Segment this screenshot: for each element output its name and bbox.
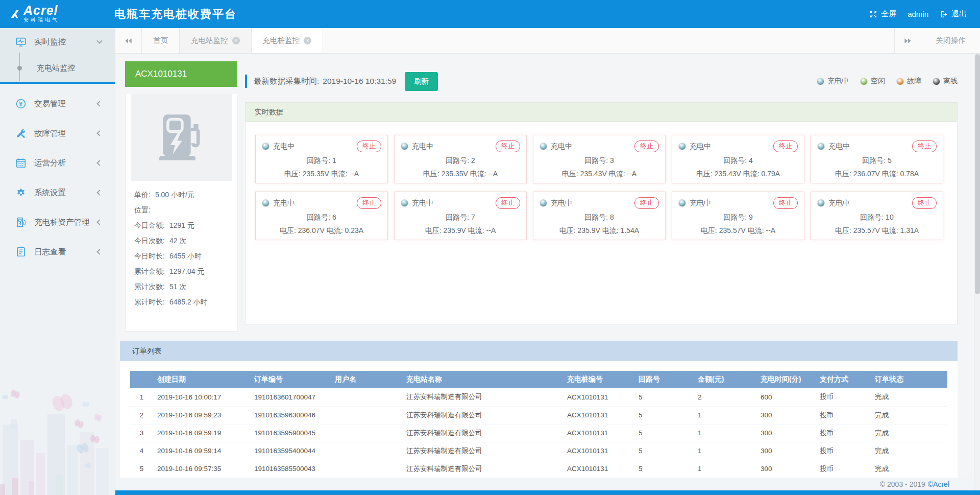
fault-icon xyxy=(15,128,27,139)
stat-label: 累计次数: xyxy=(134,282,165,291)
header-actions: 全屏 admin 退出 xyxy=(869,9,967,19)
voltage-current: 电压: 235.57V 电流: --A xyxy=(678,226,798,235)
device-stat: 累计次数:51 次 xyxy=(134,279,228,294)
status-charging-icon xyxy=(817,78,824,85)
acrel-link[interactable]: ©Acrel xyxy=(928,480,949,488)
page-scrollbar[interactable] xyxy=(974,54,980,490)
card-status-row: 充电中终止 xyxy=(678,140,798,152)
tab-charging-pile-monitoring[interactable]: 充电桩监控× xyxy=(252,28,324,53)
log-icon xyxy=(15,246,27,257)
terminate-button[interactable]: 终止 xyxy=(357,197,381,209)
footer: © 2003 - 2019 ©Acrel xyxy=(115,478,980,491)
stat-value: 1297.04 元 xyxy=(169,267,205,275)
card-status-row: 充电中终止 xyxy=(817,197,937,209)
tab-bar: 首页充电站监控×充电桩监控× 关闭操作 xyxy=(115,28,980,54)
column-header: 订单编号 xyxy=(250,371,331,388)
logout-button[interactable]: 退出 xyxy=(940,9,967,19)
bottom-accent-bar xyxy=(115,490,980,495)
device-stat: 累计时长:6485.2 小时 xyxy=(134,294,228,310)
circuit-card: 充电中终止回路号: 6电压: 236.07V 电流: 0.23A xyxy=(255,192,388,240)
sidebar-item-system-settings[interactable]: 系统设置 xyxy=(0,178,115,207)
cell: 1910163595900045 xyxy=(250,424,331,442)
cell: 1910163595400044 xyxy=(250,442,331,460)
sidebar-item-fault-management[interactable]: 故障管理 xyxy=(0,119,115,148)
circuit-number: 回路号: 1 xyxy=(262,156,381,166)
tab-label: 充电桩监控 xyxy=(263,36,300,45)
tab-label: 充电站监控 xyxy=(191,36,228,45)
tabs-scroll-right-button[interactable] xyxy=(894,28,921,53)
terminate-button[interactable]: 终止 xyxy=(912,140,937,152)
voltage-current: 电压: 235.9V 电流: --A xyxy=(401,226,520,235)
refresh-button[interactable]: 刷新 xyxy=(405,72,438,91)
terminate-button[interactable]: 终止 xyxy=(496,197,520,209)
status-charging-icon xyxy=(401,143,408,150)
close-icon[interactable]: × xyxy=(232,37,240,44)
tabs-scroll-left-button[interactable] xyxy=(115,28,142,53)
circuit-card: 充电中终止回路号: 7电压: 235.9V 电流: --A xyxy=(394,192,527,240)
close-icon[interactable]: × xyxy=(304,37,311,44)
collect-time-label: 最新数据采集时间: xyxy=(254,76,319,87)
table-row[interactable]: 12019-10-16 10:00:171910163601700047江苏安科… xyxy=(130,388,947,406)
circuit-cards-grid: 充电中终止回路号: 1电压: 235.35V 电流: --A充电中终止回路号: … xyxy=(246,122,957,253)
table-row[interactable]: 42019-10-16 09:59:141910163595400044江苏安科… xyxy=(130,442,947,460)
table-row[interactable]: 22019-10-16 09:59:231910163596300046江苏安科… xyxy=(130,406,947,424)
voltage-current: 电压: 235.57V 电流: 1.31A xyxy=(817,226,937,235)
tab-charging-station-monitoring[interactable]: 充电站监控× xyxy=(180,28,252,53)
device-stat: 累计金额:1297.04 元 xyxy=(134,264,228,279)
chevron-left-icon xyxy=(96,101,102,106)
stat-label: 累计时长: xyxy=(134,298,165,306)
scrollbar-thumb[interactable] xyxy=(975,54,980,294)
close-operations-dropdown[interactable]: 关闭操作 xyxy=(921,28,980,53)
cell xyxy=(331,460,402,478)
brand-subtitle: 安科瑞电气 xyxy=(23,16,59,23)
status-charging-icon xyxy=(817,199,825,207)
voltage-current: 电压: 235.9V 电流: 1.54A xyxy=(540,226,659,235)
sidebar-menu: 实时监控充电站监控交易管理故障管理运营分析系统设置充电桩资产管理日志查看 xyxy=(0,28,115,267)
order-table-header-row: 创建日期订单编号用户名充电站名称充电桩编号回路号金额(元)充电时间(分)支付方式… xyxy=(130,371,947,388)
cell: 1910163601700047 xyxy=(250,388,331,406)
terminate-button[interactable]: 终止 xyxy=(496,140,520,152)
table-row[interactable]: 52019-10-16 09:57:351910163585500043江苏安科… xyxy=(130,460,947,478)
username[interactable]: admin xyxy=(908,10,928,18)
cell: 完成 xyxy=(871,424,947,442)
sidebar-item-label: 运营分析 xyxy=(34,158,97,169)
circuit-card: 充电中终止回路号: 3电压: 235.43V 电流: --A xyxy=(533,135,666,183)
chevron-down-icon xyxy=(96,38,102,43)
chevron-left-icon xyxy=(96,249,102,254)
card-status-label: 充电中 xyxy=(273,199,295,208)
voltage-current: 电压: 235.35V 电流: --A xyxy=(401,169,520,179)
logout-icon xyxy=(940,10,948,18)
calendar-icon xyxy=(15,157,27,169)
stat-value: 6485.2 小时 xyxy=(169,298,208,306)
tab-home[interactable]: 首页 xyxy=(142,28,180,53)
cell: 完成 xyxy=(871,388,947,406)
cell xyxy=(331,442,402,460)
sidebar-item-operation-analysis[interactable]: 运营分析 xyxy=(0,148,115,178)
legend-charging: 充电中 xyxy=(817,77,849,86)
sidebar-item-charging-pile-assets[interactable]: 充电桩资产管理 xyxy=(0,207,115,237)
status-charging-icon xyxy=(678,143,686,150)
sidebar-item-log-view[interactable]: 日志查看 xyxy=(0,237,115,267)
status-charging-icon xyxy=(678,199,686,207)
card-status-row: 充电中终止 xyxy=(817,140,937,152)
fullscreen-icon xyxy=(869,10,877,18)
legend-label: 充电中 xyxy=(827,77,849,86)
table-row[interactable]: 32019-10-16 09:59:191910163595900045江苏安科… xyxy=(130,424,947,442)
terminate-button[interactable]: 终止 xyxy=(912,197,937,209)
sidebar-item-label: 故障管理 xyxy=(34,128,97,139)
sidebar-item-transaction-management[interactable]: 交易管理 xyxy=(0,89,115,119)
fullscreen-button[interactable]: 全屏 xyxy=(869,9,896,19)
cell: ACX1010131 xyxy=(563,406,634,424)
sidebar-subitem-label: 充电站监控 xyxy=(37,63,75,73)
page-title: 电瓶车充电桩收费平台 xyxy=(114,7,237,22)
card-status-label: 充电中 xyxy=(690,199,711,208)
terminate-button[interactable]: 终止 xyxy=(634,197,659,209)
cell: 3 xyxy=(130,424,153,442)
tabs: 首页充电站监控×充电桩监控× xyxy=(142,28,323,53)
terminate-button[interactable]: 终止 xyxy=(773,140,798,152)
terminate-button[interactable]: 终止 xyxy=(357,140,381,152)
sidebar-item-realtime-monitoring[interactable]: 实时监控 xyxy=(0,28,115,56)
sidebar-item-charging-station-monitoring[interactable]: 充电站监控 xyxy=(0,56,115,80)
terminate-button[interactable]: 终止 xyxy=(634,140,659,152)
terminate-button[interactable]: 终止 xyxy=(773,197,798,209)
